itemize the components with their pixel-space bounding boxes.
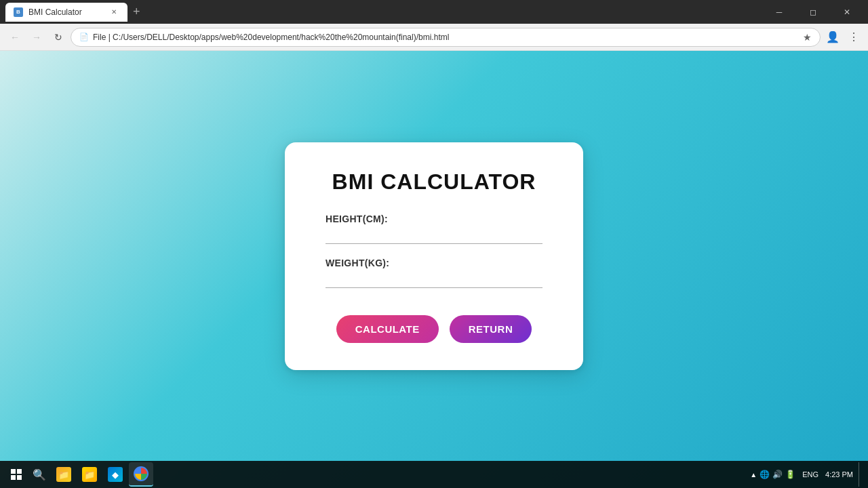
taskbar-tray: ▲ 🌐 🔊 🔋 ENG 4:23 PM (750, 462, 863, 487)
tray-time[interactable]: 4:23 PM (825, 470, 853, 479)
weight-input[interactable] (326, 271, 542, 288)
return-button[interactable]: RETURN (450, 315, 532, 343)
taskbar-item-app[interactable]: ◆ (103, 462, 127, 487)
taskbar-item-edge[interactable]: 📁 (77, 462, 102, 487)
taskbar: 🔍 📁 📁 ◆ ▲ 🌐 🔊 🔋 ENG 4:23 PM (0, 461, 868, 488)
taskbar-search-button[interactable]: 🔍 (27, 464, 52, 485)
clock: 4:23 PM (825, 470, 853, 479)
bookmark-icon[interactable]: ★ (803, 32, 812, 43)
bmi-card: BMI CALCULATOR HEIGHT(CM): WEIGHT(KG): C… (285, 142, 583, 370)
app-icon: ◆ (108, 467, 123, 482)
show-desktop-button[interactable] (859, 462, 863, 487)
browser-tab[interactable]: B BMI Calculator ✕ (5, 3, 127, 22)
toolbar-actions: 👤 ⋮ (823, 28, 863, 47)
battery-icon: 🔋 (785, 470, 795, 479)
tab-favicon: B (14, 7, 23, 17)
height-form-group: HEIGHT(CM): (326, 214, 542, 244)
card-title: BMI CALCULATOR (332, 169, 536, 195)
tray-icons: ▲ 🌐 🔊 🔋 (750, 470, 795, 479)
tab-close-button[interactable]: ✕ (108, 7, 119, 18)
menu-button[interactable]: ⋮ (844, 28, 863, 47)
speaker-icon: 🔊 (772, 470, 783, 479)
up-arrow-icon: ▲ (750, 471, 757, 479)
minimize-button[interactable]: ─ (764, 0, 795, 24)
address-lock-icon: 📄 (79, 33, 89, 41)
weight-form-group: WEIGHT(KG): (326, 258, 542, 288)
weight-label: WEIGHT(KG): (326, 258, 542, 268)
start-button[interactable] (5, 464, 27, 485)
close-button[interactable]: ✕ (831, 0, 863, 24)
new-tab-button[interactable]: + (127, 3, 146, 22)
explorer-icon: 📁 (56, 467, 71, 482)
taskbar-item-explorer[interactable]: 📁 (52, 462, 76, 487)
taskbar-item-chrome[interactable] (129, 462, 153, 487)
address-url: File | C:/Users/DELL/Desktop/apps/web%20… (93, 33, 799, 42)
windows-icon (11, 469, 22, 480)
forward-button[interactable]: → (27, 28, 46, 47)
page-content: BMI CALCULATOR HEIGHT(CM): WEIGHT(KG): C… (0, 51, 868, 461)
account-icon[interactable]: 👤 (823, 28, 842, 47)
maximize-button[interactable]: ◻ (797, 0, 829, 24)
language-indicator: ENG (802, 470, 818, 479)
browser-titlebar: B BMI Calculator ✕ + ─ ◻ ✕ (0, 0, 868, 24)
network-icon: 🌐 (760, 470, 770, 479)
tab-title: BMI Calculator (28, 7, 82, 17)
height-label: HEIGHT(CM): (326, 214, 542, 224)
back-button[interactable]: ← (5, 28, 24, 47)
taskbar-items: 📁 📁 ◆ (52, 462, 750, 487)
window-controls: ─ ◻ ✕ (764, 0, 863, 24)
buttons-row: CALCULATE RETURN (336, 315, 532, 343)
chrome-icon (134, 466, 149, 481)
files-icon: 📁 (82, 467, 97, 482)
reload-button[interactable]: ↻ (49, 28, 68, 47)
calculate-button[interactable]: CALCULATE (336, 315, 439, 343)
browser-toolbar: ← → ↻ 📄 File | C:/Users/DELL/Desktop/app… (0, 24, 868, 51)
address-bar[interactable]: 📄 File | C:/Users/DELL/Desktop/apps/web%… (71, 28, 821, 47)
height-input[interactable] (326, 227, 542, 244)
